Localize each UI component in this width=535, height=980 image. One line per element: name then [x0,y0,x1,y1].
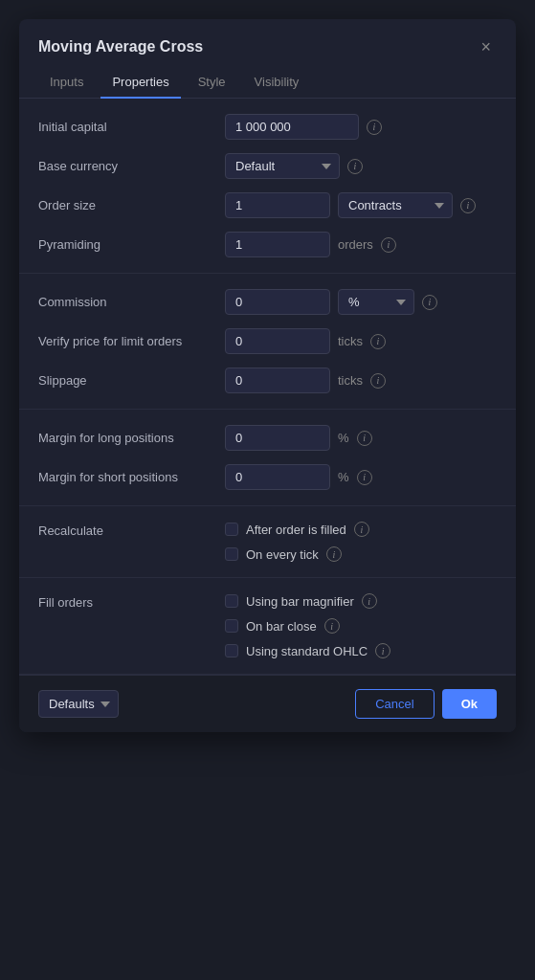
fill-orders-options: Using bar magnifier i On bar close i Usi… [225,593,390,658]
commission-row: Commission % USD USD/contract i [38,289,497,315]
tab-properties[interactable]: Properties [100,67,180,99]
verify-price-input[interactable] [225,328,330,354]
footer-buttons: Cancel Ok [355,689,497,719]
margin-section: Margin for long positions % i Margin for… [19,410,516,506]
tab-bar: Inputs Properties Style Visibility [19,67,516,99]
commission-label: Commission [38,295,225,309]
base-currency-select[interactable]: Default USD EUR GBP [225,153,340,179]
recalculate-every-tick-row: On every tick i [225,546,369,562]
dialog: Moving Average Cross × Inputs Properties… [19,19,516,732]
margin-short-unit: % [338,470,349,484]
margin-long-row: Margin for long positions % i [38,425,497,451]
fill-standard-ohlc-checkbox[interactable] [225,644,238,657]
recalculate-every-tick-info-icon[interactable]: i [326,546,342,562]
recalculate-after-order-label: After order is filled [246,523,346,537]
initial-capital-controls: i [225,114,497,140]
order-size-unit-select[interactable]: Contracts % of equity USD Lots [338,192,453,218]
fill-bar-magnifier-row: Using bar magnifier i [225,593,390,609]
trading-section: Commission % USD USD/contract i Verify p… [19,274,516,410]
slippage-unit: ticks [338,373,363,388]
initial-capital-label: Initial capital [38,120,225,134]
fill-bar-close-row: On bar close i [225,618,390,634]
close-button[interactable]: × [475,36,497,57]
ok-button[interactable]: Ok [442,689,497,719]
commission-info-icon[interactable]: i [422,295,437,310]
verify-price-unit: ticks [338,334,363,348]
fill-bar-close-checkbox[interactable] [225,619,238,633]
base-currency-row: Base currency Default USD EUR GBP i [38,153,497,179]
pyramiding-info-icon[interactable]: i [381,237,396,253]
commission-input[interactable] [225,289,330,315]
recalculate-row: Recalculate After order is filled i On e… [38,522,497,562]
initial-capital-row: Initial capital i [38,114,497,140]
verify-price-label: Verify price for limit orders [38,334,225,348]
dialog-title: Moving Average Cross [38,38,203,56]
dialog-header: Moving Average Cross × [19,19,516,67]
base-currency-controls: Default USD EUR GBP i [225,153,497,179]
fill-standard-ohlc-info-icon[interactable]: i [375,643,390,658]
dialog-footer: Defaults Cancel Ok [19,675,516,732]
pyramiding-row: Pyramiding orders i [38,232,497,257]
fill-bar-magnifier-checkbox[interactable] [225,594,238,608]
margin-short-info-icon[interactable]: i [357,470,372,485]
margin-short-controls: % i [225,464,497,490]
recalculate-after-order-info-icon[interactable]: i [354,522,369,537]
margin-short-row: Margin for short positions % i [38,464,497,490]
margin-short-input[interactable] [225,464,330,490]
defaults-select[interactable]: Defaults [38,690,119,718]
order-size-controls: Contracts % of equity USD Lots i [225,192,497,218]
base-currency-info-icon[interactable]: i [347,159,363,174]
order-size-input[interactable] [225,192,330,218]
base-currency-label: Base currency [38,159,225,173]
pyramiding-unit: orders [338,237,373,252]
order-size-row: Order size Contracts % of equity USD Lot… [38,192,497,218]
recalculate-options: After order is filled i On every tick i [225,522,369,562]
fill-bar-close-label: On bar close [246,619,317,634]
margin-short-label: Margin for short positions [38,470,225,484]
pyramiding-label: Pyramiding [38,237,225,252]
margin-long-label: Margin for long positions [38,431,225,445]
initial-capital-info-icon[interactable]: i [367,120,382,135]
verify-price-controls: ticks i [225,328,497,354]
margin-long-controls: % i [225,425,497,451]
tab-visibility[interactable]: Visibility [243,67,311,99]
commission-controls: % USD USD/contract i [225,289,497,315]
fill-bar-magnifier-label: Using bar magnifier [246,594,354,609]
recalculate-every-tick-label: On every tick [246,547,319,562]
order-size-info-icon[interactable]: i [460,198,476,213]
fill-bar-close-info-icon[interactable]: i [324,618,340,634]
tab-inputs[interactable]: Inputs [38,67,95,99]
slippage-label: Slippage [38,373,225,388]
commission-unit-select[interactable]: % USD USD/contract [338,289,414,315]
margin-long-unit: % [338,431,349,445]
cancel-button[interactable]: Cancel [355,689,434,719]
tab-style[interactable]: Style [187,67,237,99]
order-size-label: Order size [38,198,225,212]
pyramiding-input[interactable] [225,232,330,257]
initial-capital-input[interactable] [225,114,359,140]
recalculate-section: Recalculate After order is filled i On e… [19,506,516,578]
fill-bar-magnifier-info-icon[interactable]: i [362,593,377,609]
basic-section: Initial capital i Base currency Default … [19,99,516,274]
fill-orders-label: Fill orders [38,593,225,610]
fill-standard-ohlc-label: Using standard OHLC [246,644,368,658]
fill-orders-row: Fill orders Using bar magnifier i On bar… [38,593,497,658]
pyramiding-controls: orders i [225,232,497,257]
recalculate-after-order-row: After order is filled i [225,522,369,537]
margin-long-input[interactable] [225,425,330,451]
recalculate-after-order-checkbox[interactable] [225,523,238,536]
margin-long-info-icon[interactable]: i [357,431,372,446]
verify-price-row: Verify price for limit orders ticks i [38,328,497,354]
fill-orders-section: Fill orders Using bar magnifier i On bar… [19,578,516,675]
recalculate-label: Recalculate [38,522,225,538]
recalculate-every-tick-checkbox[interactable] [225,547,238,561]
slippage-info-icon[interactable]: i [370,373,386,389]
fill-standard-ohlc-row: Using standard OHLC i [225,643,390,658]
slippage-controls: ticks i [225,368,497,393]
verify-price-info-icon[interactable]: i [370,334,386,349]
slippage-input[interactable] [225,368,330,393]
slippage-row: Slippage ticks i [38,368,497,393]
